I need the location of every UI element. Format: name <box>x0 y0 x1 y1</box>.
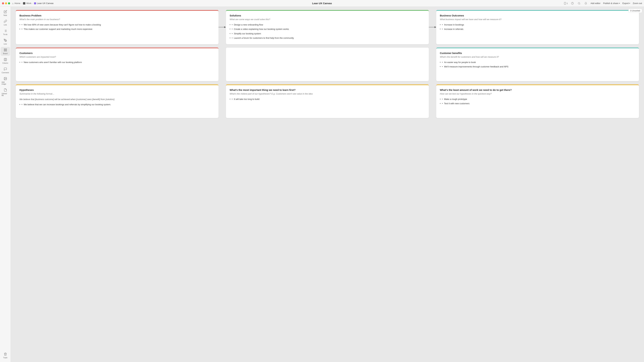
business-problem-card: Business Problem What's the main problem… <box>16 10 218 44</box>
maximize-button[interactable] <box>8 2 10 4</box>
sidebar-item-trash[interactable]: Trash <box>1 351 10 360</box>
customer-benefits-card: Customer benefits What's the benefit for… <box>436 48 639 81</box>
trash-icon <box>4 353 7 356</box>
sidebar-todo-label: To-do <box>3 33 8 35</box>
svg-rect-0 <box>564 2 566 4</box>
comment-icon <box>4 67 7 71</box>
page-title: Lean UX Canvas <box>312 2 332 5</box>
svg-rect-12 <box>4 49 5 50</box>
export-button[interactable]: Export ▾ <box>622 2 630 4</box>
item-text: Simplify our booking system <box>234 32 261 35</box>
svg-rect-15 <box>6 50 6 51</box>
item-text: We'll measure improvements through custo… <box>444 65 508 68</box>
notification-icon[interactable] <box>584 1 588 5</box>
sidebar-item-uploadfile[interactable]: Upload file <box>1 87 10 98</box>
list-item: • Increase in referrals <box>440 28 635 31</box>
minimize-button[interactable] <box>5 2 7 4</box>
list-item: • Design a new onboarding flow <box>230 23 425 26</box>
bullet: • <box>232 36 232 39</box>
item-text: Increase in bookings <box>444 23 464 26</box>
list-item: • New customers who aren't familiar with… <box>20 61 215 64</box>
item-text: We believe that we can increase bookings… <box>24 103 111 106</box>
bullet: • <box>22 103 22 106</box>
bullet: • <box>22 23 22 26</box>
breadcrumb-separator2: › <box>32 2 33 4</box>
item-text: An easier way for people to book <box>444 61 476 64</box>
bullet: • <box>442 28 443 31</box>
solutions-title: Solutions <box>230 14 425 17</box>
most-important-subtitle: What's the riskiest part of our hypothes… <box>230 92 425 95</box>
export-label: Export <box>622 2 629 4</box>
unsorted-badge[interactable]: 0 Unsorted <box>628 9 642 13</box>
item-text: Design a new onboarding flow <box>234 23 263 26</box>
least-work-subtitle: How can we test our hypotheses in the qu… <box>440 92 635 95</box>
arrow1 <box>218 10 226 44</box>
most-important-card: What's the most important thing we need … <box>226 84 429 118</box>
hypotheses-subtitle: Summarise in the following format... <box>20 92 215 95</box>
list-item: • We believe that we can increase bookin… <box>20 103 215 106</box>
sidebar-link-label: Link <box>4 24 7 26</box>
zoom-out-button[interactable]: Zoom out <box>633 2 642 4</box>
sidebar-item-column[interactable]: Column <box>1 56 10 65</box>
bullet: • <box>232 98 232 101</box>
work-label: Work <box>26 2 31 4</box>
customers-subtitle: Which customers are impacted most? <box>20 55 215 58</box>
help-icon[interactable] <box>570 1 574 5</box>
breadcrumb-canvas[interactable]: Lean UX Canvas <box>34 2 54 4</box>
add-editor-button[interactable]: Add editor <box>590 2 600 4</box>
search-icon[interactable] <box>577 1 581 5</box>
sidebar-column-label: Column <box>2 62 8 64</box>
close-button[interactable] <box>2 2 4 4</box>
addimage-icon <box>4 77 7 81</box>
board-icon <box>4 48 7 52</box>
publish-share-label: Publish & share <box>603 2 618 4</box>
sidebar-item-note[interactable]: Note <box>1 9 10 17</box>
title-actions: 1 Add editor Publish & share ▾ Export ▾ … <box>564 1 642 5</box>
least-work-title: What's the least amount of work we need … <box>440 88 635 91</box>
bullet: • <box>232 28 232 31</box>
svg-point-4 <box>578 2 580 4</box>
sidebar-item-todo[interactable]: To-do <box>1 28 10 37</box>
breadcrumb-home[interactable]: ⌂ Home <box>12 2 20 5</box>
sidebar-item-line[interactable]: Line <box>1 37 10 46</box>
gap-col3 <box>218 84 226 118</box>
sidebar-uploadfile-label: Upload file <box>2 93 9 96</box>
line-icon <box>4 39 7 42</box>
customers-title: Customers <box>20 52 215 54</box>
customers-list: • New customers who aren't familiar with… <box>20 61 215 64</box>
list-item: • Make a rough prototype <box>440 98 635 101</box>
sidebar-item-comment[interactable]: Comment <box>1 66 10 75</box>
business-outcomes-title: Business Outcomes <box>440 14 635 17</box>
business-outcomes-list: • Increase in bookings • Increase in ref… <box>440 23 635 31</box>
device-icon[interactable]: 1 <box>564 1 568 5</box>
solutions-continuation <box>226 48 429 81</box>
sidebar-item-addimage[interactable]: Add image <box>1 76 10 86</box>
sidebar-comment-label: Comment <box>2 72 9 73</box>
business-outcomes-subtitle: What business impact will we have and ho… <box>440 18 635 21</box>
breadcrumb-work[interactable]: Work <box>23 2 31 4</box>
svg-rect-16 <box>4 58 6 61</box>
bullet: • <box>442 23 443 26</box>
business-problem-subtitle: What's the main problem in our business? <box>20 18 215 21</box>
sidebar-item-board[interactable]: Board <box>1 47 10 56</box>
gap-col4 <box>429 84 436 118</box>
sidebar-addimage-label: Add image <box>2 81 9 85</box>
work-icon <box>23 2 25 4</box>
publish-share-button[interactable]: Publish & share ▾ <box>603 2 620 4</box>
gap-col1 <box>218 48 226 81</box>
bullet: • <box>442 102 443 105</box>
svg-point-2 <box>572 2 574 4</box>
item-text: We lose 80% of new users because they ca… <box>24 23 101 26</box>
list-item: • Launch a forum for customers to find h… <box>230 36 425 39</box>
item-text: Make a rough prototype <box>444 98 467 101</box>
sidebar-item-link[interactable]: Link <box>1 18 10 27</box>
item-text: Increase in referrals <box>444 28 464 31</box>
list-item: • This makes our customer support and ma… <box>20 28 215 31</box>
most-important-title: What's the most important thing we need … <box>230 88 425 91</box>
business-problem-title: Business Problem <box>20 14 215 17</box>
sidebar-line-label: Line <box>4 43 7 45</box>
list-item: • Test it with new customers <box>440 102 635 105</box>
bullet: • <box>442 65 443 68</box>
list-item: • We lose 80% of new users because they … <box>20 23 215 26</box>
svg-point-11 <box>5 40 5 40</box>
